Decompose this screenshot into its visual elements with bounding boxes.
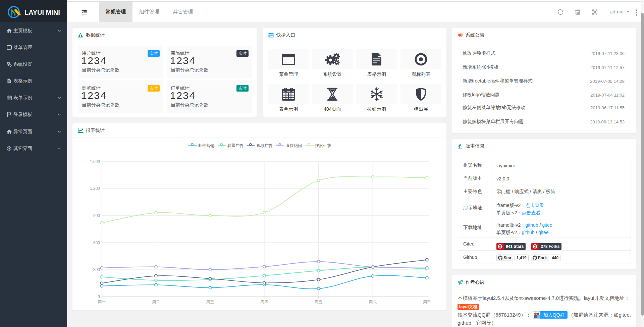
svg-text:周二: 周二	[152, 299, 160, 304]
svg-text:周三: 周三	[206, 299, 214, 304]
svg-text:周一: 周一	[98, 299, 106, 304]
svg-text:周四: 周四	[260, 299, 268, 304]
svg-text:0: 0	[98, 294, 100, 299]
svg-text:周五: 周五	[315, 299, 323, 304]
svg-text:1,200: 1,200	[90, 186, 100, 191]
svg-text:900: 900	[93, 213, 100, 218]
svg-text:1,500: 1,500	[90, 159, 100, 164]
svg-text:周日: 周日	[423, 299, 431, 304]
svg-text:300: 300	[93, 267, 100, 272]
svg-text:周六: 周六	[369, 299, 377, 304]
svg-text:600: 600	[93, 240, 100, 245]
